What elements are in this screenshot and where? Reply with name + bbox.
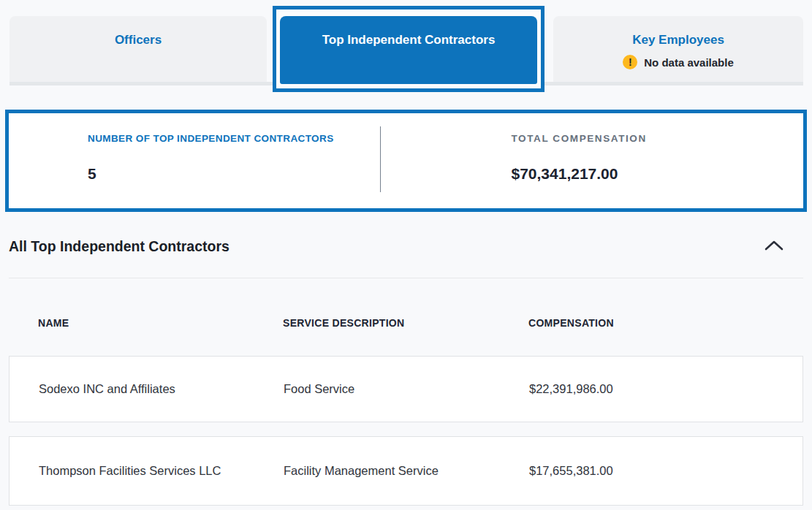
summary-count-label: NUMBER OF TOP INDEPENDENT CONTRACTORS [88, 133, 380, 144]
collapse-section-button[interactable] [759, 232, 789, 259]
tab-top-independent-contractors[interactable]: Top Independent Contractors [280, 16, 537, 84]
section-divider [9, 278, 803, 278]
tab-officers-label: Officers [115, 32, 162, 48]
no-data-label: No data available [644, 56, 734, 69]
summary-count-block: NUMBER OF TOP INDEPENDENT CONTRACTORS 5 [9, 113, 380, 208]
cell-service: Food Service [284, 382, 529, 396]
tab-key-employees[interactable]: Key Employees ! No data available [553, 16, 803, 82]
table-header-row: NAME SERVICE DESCRIPTION COMPENSATION [9, 313, 803, 333]
tab-officers[interactable]: Officers [10, 16, 267, 82]
table-header-compensation: COMPENSATION [528, 317, 803, 329]
cell-name: Thompson Facilities Services LLC [39, 464, 284, 478]
cell-compensation: $17,655,381.00 [529, 464, 802, 478]
tab-key-employees-label: Key Employees [632, 32, 724, 48]
summary-panel: NUMBER OF TOP INDEPENDENT CONTRACTORS 5 … [5, 110, 807, 212]
summary-total-block: TOTAL COMPENSATION $70,341,217.00 [381, 113, 804, 208]
summary-count-value: 5 [88, 165, 380, 183]
tab-key-employees-status: ! No data available [623, 55, 734, 69]
table-row[interactable]: Sodexo INC and Affiliates Food Service $… [9, 356, 803, 422]
warning-icon: ! [623, 55, 637, 69]
cell-service: Facility Management Service [284, 464, 529, 478]
table-header-service: SERVICE DESCRIPTION [283, 317, 528, 329]
chevron-up-icon [764, 239, 784, 252]
summary-total-value: $70,341,217.00 [512, 165, 804, 183]
page: Officers Top Independent Contractors Key… [0, 0, 812, 510]
cell-compensation: $22,391,986.00 [529, 382, 802, 396]
cell-name: Sodexo INC and Affiliates [39, 382, 284, 396]
summary-total-label: TOTAL COMPENSATION [512, 133, 804, 144]
section-title: All Top Independent Contractors [9, 238, 229, 255]
tab-top-independent-contractors-label: Top Independent Contractors [322, 32, 496, 84]
table-row[interactable]: Thompson Facilities Services LLC Facilit… [9, 436, 803, 506]
table-header-name: NAME [38, 317, 283, 329]
